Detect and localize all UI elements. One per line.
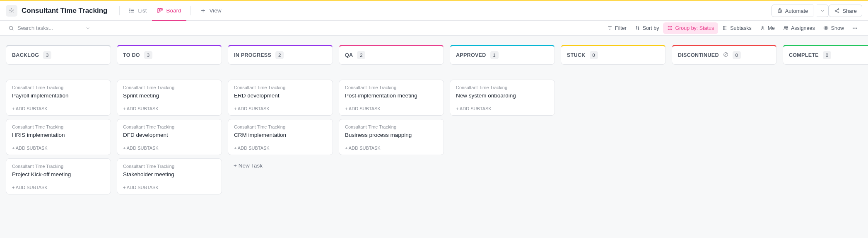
add-subtask-button[interactable]: + ADD SUBTASK [12,185,105,190]
chevron-down-icon [820,8,825,13]
svg-point-6 [129,12,130,12]
card-title: Business process mapping [345,132,438,138]
column-header[interactable]: BACKLOG3 [6,45,111,65]
add-subtask-button[interactable]: + ADD SUBTASK [123,146,216,151]
task-card[interactable]: Consultant Time TrackingDFD development+… [117,119,222,155]
column-header[interactable]: COMPLETE0 [783,45,868,65]
add-subtask-button[interactable]: + ADD SUBTASK [12,106,105,111]
show-label: Show [831,25,844,31]
automate-button-group: Automate [772,5,829,17]
column-cards: Consultant Time TrackingSprint meeting+ … [117,80,222,194]
task-card[interactable]: Consultant Time TrackingSprint meeting+ … [117,80,222,116]
svg-point-4 [129,9,130,9]
list-avatar[interactable] [6,5,17,17]
search-input[interactable] [17,24,70,32]
add-subtask-button[interactable]: + ADD SUBTASK [345,106,438,111]
column-todo: TO DO3Consultant Time TrackingSprint mee… [117,45,222,229]
svg-point-15 [838,9,839,10]
show-button[interactable]: Show [819,22,848,34]
share-icon [834,8,840,14]
automate-caret[interactable] [817,5,829,17]
column-count: 3 [144,51,152,59]
card-title: New system onboarding [456,92,549,99]
list-view-icon [129,7,135,14]
chevron-down-icon[interactable] [85,26,90,31]
column-header[interactable]: QA2 [339,45,444,65]
automate-button[interactable]: Automate [772,5,814,17]
column-count: 1 [490,51,499,59]
page-title: Consultant Time Tracking [22,7,108,15]
eye-icon [823,25,829,31]
tab-board-label: Board [166,7,181,14]
share-button[interactable]: Share [829,5,862,17]
svg-point-16 [835,10,836,11]
sort-button[interactable]: Sort by [631,22,663,34]
column-stuck: STUCK0 [561,45,666,229]
column-header[interactable]: IN PROGRESS2 [228,45,333,65]
card-title: Stakeholder meeting [123,171,216,177]
card-title: HRIS implementation [12,132,105,138]
add-subtask-button[interactable]: + ADD SUBTASK [234,146,327,151]
assignees-icon [783,25,788,31]
task-card[interactable]: Consultant Time TrackingBusiness process… [339,119,444,155]
add-subtask-button[interactable]: + ADD SUBTASK [123,106,216,111]
card-title: CRM implementation [234,132,327,138]
task-card[interactable]: Consultant Time TrackingProject Kick-off… [6,158,111,194]
add-subtask-button[interactable]: + ADD SUBTASK [456,106,549,111]
column-header[interactable]: DISCONTINUED0 [672,45,777,65]
task-card[interactable]: Consultant Time TrackingHRIS implementat… [6,119,111,155]
svg-rect-8 [159,8,161,11]
card-title: DFD development [123,132,216,138]
page-header: Consultant Time Tracking List Board View… [0,1,868,21]
group-by-button[interactable]: Group by: Status [663,22,718,34]
more-button[interactable]: ⋯ [848,22,862,34]
board-view-icon [157,7,163,14]
task-card[interactable]: Consultant Time TrackingERD development+… [228,80,333,116]
svg-point-29 [762,27,763,28]
me-button[interactable]: Me [756,22,779,34]
column-title: TO DO [123,52,140,58]
task-card[interactable]: Consultant Time TrackingNew system onboa… [450,80,555,116]
svg-line-19 [836,11,838,12]
add-subtask-button[interactable]: + ADD SUBTASK [234,106,327,111]
card-breadcrumb: Consultant Time Tracking [345,85,438,90]
card-title: Payroll implementation [12,92,105,99]
task-card[interactable]: Consultant Time TrackingPost-implementat… [339,80,444,116]
column-cards: Consultant Time TrackingPost-implementat… [339,80,444,155]
task-card[interactable]: Consultant Time TrackingPayroll implemen… [6,80,111,116]
column-title: IN PROGRESS [234,52,271,58]
filter-button[interactable]: Filter [603,22,631,34]
add-view-button[interactable]: View [195,1,227,21]
assignees-label: Assignees [791,25,815,31]
tab-list[interactable]: List [124,1,152,21]
svg-point-30 [784,27,786,28]
card-breadcrumb: Consultant Time Tracking [123,164,216,169]
card-title: ERD development [234,92,327,99]
add-view-label: View [210,7,222,14]
column-discontinued: DISCONTINUED0 [672,45,777,229]
board-area: BACKLOG3Consultant Time TrackingPayroll … [0,36,868,238]
column-header[interactable]: STUCK0 [561,45,666,65]
search-box[interactable] [6,24,93,32]
column-count: 2 [275,51,284,59]
add-subtask-button[interactable]: + ADD SUBTASK [123,185,216,190]
task-card[interactable]: Consultant Time TrackingCRM implementati… [228,119,333,155]
add-subtask-button[interactable]: + ADD SUBTASK [12,146,105,151]
subtasks-icon [722,25,728,31]
new-task-button[interactable]: + New Task [228,158,333,173]
task-card[interactable]: Consultant Time TrackingStakeholder meet… [117,158,222,194]
svg-point-25 [668,26,669,27]
tab-board[interactable]: Board [152,1,186,21]
column-count: 3 [43,51,51,59]
robot-icon [777,8,783,14]
column-header[interactable]: TO DO3 [117,45,222,65]
svg-point-26 [668,29,669,30]
column-header[interactable]: APPROVED1 [450,45,555,65]
add-subtask-button[interactable]: + ADD SUBTASK [345,146,438,151]
column-qa: QA2Consultant Time TrackingPost-implemen… [339,45,444,229]
column-title: STUCK [567,52,586,58]
subtasks-button[interactable]: Subtasks [718,22,755,34]
tab-list-label: List [138,7,147,14]
assignees-button[interactable]: Assignees [779,22,819,34]
column-count: 0 [733,51,741,59]
